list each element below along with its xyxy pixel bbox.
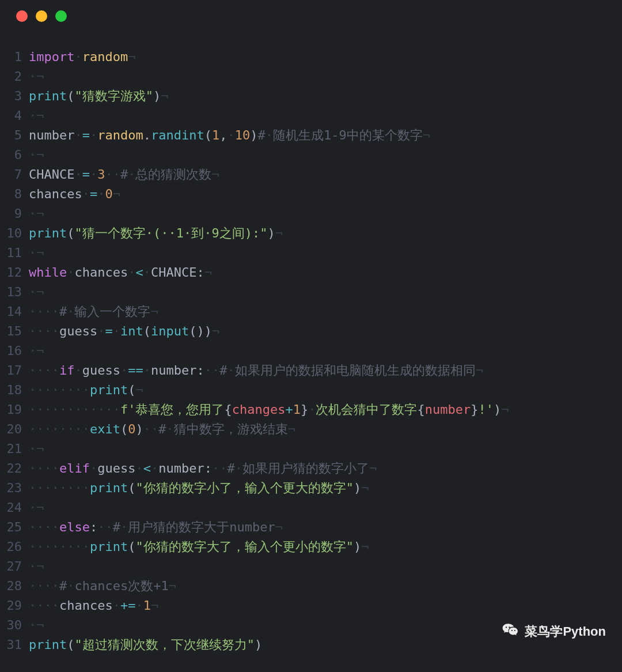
code-line[interactable]: 27·¬ (3, 557, 610, 576)
token-str: "猜数字游戏" (74, 89, 153, 103)
code-content[interactable]: print("猜一个数字·(··1·到·9之间):")¬ (29, 224, 610, 243)
code-content[interactable]: ·¬ (29, 243, 610, 263)
code-content[interactable]: ····if·guess·==·number:··#·如果用户的数据和电脑随机生… (29, 361, 610, 380)
code-content[interactable]: ·¬ (29, 204, 610, 224)
token-pn: : (90, 520, 97, 534)
token-pn: ) (255, 637, 262, 652)
token-ws: ¬ (36, 246, 44, 260)
code-line[interactable]: 24·¬ (3, 498, 610, 518)
token-cmt: 用户猜的数字大于number (128, 520, 275, 534)
code-content[interactable]: ········print("你猜的数字小了，输入个更大的数字")¬ (29, 478, 610, 498)
code-line[interactable]: 3print("猜数字游戏")¬ (3, 86, 610, 106)
code-content[interactable]: CHANCE·=·3··#·总的猜测次数¬ (29, 165, 610, 184)
code-content[interactable]: ····#·输入一个数字¬ (29, 302, 610, 322)
code-line[interactable]: 10print("猜一个数字·(··1·到·9之间):")¬ (3, 224, 610, 243)
code-content[interactable]: import·random¬ (29, 47, 610, 67)
token-cmt: 随机生成1-9中的某个数字 (273, 128, 423, 142)
code-content[interactable]: ····chances·+=·1¬ (29, 596, 610, 616)
code-line[interactable]: 29····chances·+=·1¬ (3, 596, 610, 616)
token-ws: ¬ (211, 167, 219, 182)
minimize-icon[interactable] (36, 10, 47, 22)
token-ws: ···· (29, 598, 59, 613)
code-line[interactable]: 14····#·输入一个数字¬ (3, 302, 610, 322)
code-line[interactable]: 16·¬ (3, 341, 610, 361)
code-content[interactable]: ·¬ (29, 341, 610, 361)
code-content[interactable]: ····guess·=·int(input())¬ (29, 322, 610, 341)
token-ws: ¬ (36, 618, 44, 632)
code-content[interactable]: ········exit(0)··#·猜中数字，游戏结束¬ (29, 420, 610, 439)
token-ws: ¬ (361, 481, 369, 495)
token-num: 0 (128, 422, 135, 436)
code-content[interactable]: print("猜数字游戏")¬ (29, 86, 610, 106)
code-line[interactable]: 26········print("你猜的数字大了，输入个更小的数字")¬ (3, 537, 610, 557)
code-line[interactable]: 23········print("你猜的数字小了，输入个更大的数字")¬ (3, 478, 610, 498)
code-content[interactable]: while·chances·<·CHANCE:¬ (29, 263, 610, 282)
token-op: = (90, 187, 97, 201)
line-number: 9 (3, 204, 29, 224)
token-kw: else (59, 520, 90, 534)
code-content[interactable]: ····else:··#·用户猜的数字大于number¬ (29, 518, 610, 537)
token-num: 0 (105, 187, 112, 201)
code-content[interactable]: ········print(¬ (29, 380, 610, 400)
code-content[interactable]: number·=·random.randint(1,·10)#·随机生成1-9中… (29, 126, 610, 145)
token-fn: randint (151, 128, 204, 142)
code-line[interactable]: 28····#·chances次数+1¬ (3, 576, 610, 596)
code-line[interactable]: 15····guess·=·int(input())¬ (3, 322, 610, 341)
code-line[interactable]: 8chances·=·0¬ (3, 184, 610, 204)
code-line[interactable]: 13·¬ (3, 282, 610, 302)
code-content[interactable]: ·¬ (29, 557, 610, 576)
code-content[interactable]: ·¬ (29, 439, 610, 459)
token-fn: print (90, 383, 128, 397)
token-pn: ( (67, 226, 74, 240)
code-content[interactable]: chances·=·0¬ (29, 184, 610, 204)
token-ws: · (227, 128, 234, 142)
token-pn: ( (120, 422, 128, 436)
wechat-icon (502, 621, 519, 642)
code-line[interactable]: 1import·random¬ (3, 47, 610, 67)
code-editor[interactable]: 1import·random¬2·¬3print("猜数字游戏")¬4·¬5nu… (0, 47, 622, 655)
code-content[interactable]: ·¬ (29, 106, 610, 126)
token-cmt: # (120, 167, 128, 182)
line-number: 11 (3, 243, 29, 263)
code-content[interactable]: ····#·chances次数+1¬ (29, 576, 610, 596)
code-content[interactable]: ·¬ (29, 498, 610, 518)
code-content[interactable]: ·¬ (29, 282, 610, 302)
code-line[interactable]: 9·¬ (3, 204, 610, 224)
code-content[interactable]: ·¬ (29, 145, 610, 165)
code-line[interactable]: 5number·=·random.randint(1,·10)#·随机生成1-9… (3, 126, 610, 145)
token-op: = (105, 324, 112, 338)
token-pn: ) (267, 226, 275, 240)
code-line[interactable]: 22····elif·guess·<·number:··#·如果用户猜的数字小了… (3, 459, 610, 478)
token-ws: ¬ (476, 363, 483, 377)
line-number: 31 (3, 635, 29, 655)
code-line[interactable]: 4·¬ (3, 106, 610, 126)
token-num: 1 (143, 598, 151, 613)
code-content[interactable]: ········print("你猜的数字大了，输入个更小的数字")¬ (29, 537, 610, 557)
token-ws: · (128, 265, 135, 280)
token-str: "你猜的数字大了，输入个更小的数字" (135, 539, 354, 554)
token-op: += (120, 598, 136, 613)
token-ws: · (29, 618, 36, 632)
code-content[interactable]: ·¬ (29, 67, 610, 86)
code-line[interactable]: 11·¬ (3, 243, 610, 263)
close-icon[interactable] (16, 10, 28, 22)
zoom-icon[interactable] (55, 10, 67, 22)
code-line[interactable]: 19············f'恭喜您，您用了{changes+1}·次机会猜中… (3, 400, 610, 420)
code-line[interactable]: 25····else:··#·用户猜的数字大于number¬ (3, 518, 610, 537)
line-number: 20 (3, 420, 29, 439)
code-line[interactable]: 18········print(¬ (3, 380, 610, 400)
code-line[interactable]: 12while·chances·<·CHANCE:¬ (3, 263, 610, 282)
code-content[interactable]: ····elif·guess·<·number:··#·如果用户猜的数字小了¬ (29, 459, 610, 478)
code-line[interactable]: 17····if·guess·==·number:··#·如果用户的数据和电脑随… (3, 361, 610, 380)
token-ws: ¬ (501, 402, 509, 417)
code-line[interactable]: 2·¬ (3, 67, 610, 86)
code-line[interactable]: 20········exit(0)··#·猜中数字，游戏结束¬ (3, 420, 610, 439)
token-ws: ········ (29, 481, 90, 495)
code-line[interactable]: 21·¬ (3, 439, 610, 459)
code-content[interactable]: ············f'恭喜您，您用了{changes+1}·次机会猜中了数… (29, 400, 610, 420)
code-line[interactable]: 6·¬ (3, 145, 610, 165)
token-num: 10 (235, 128, 251, 142)
token-ws: ···· (29, 520, 59, 534)
token-var: CHANCE (29, 167, 74, 182)
code-line[interactable]: 7CHANCE·=·3··#·总的猜测次数¬ (3, 165, 610, 184)
